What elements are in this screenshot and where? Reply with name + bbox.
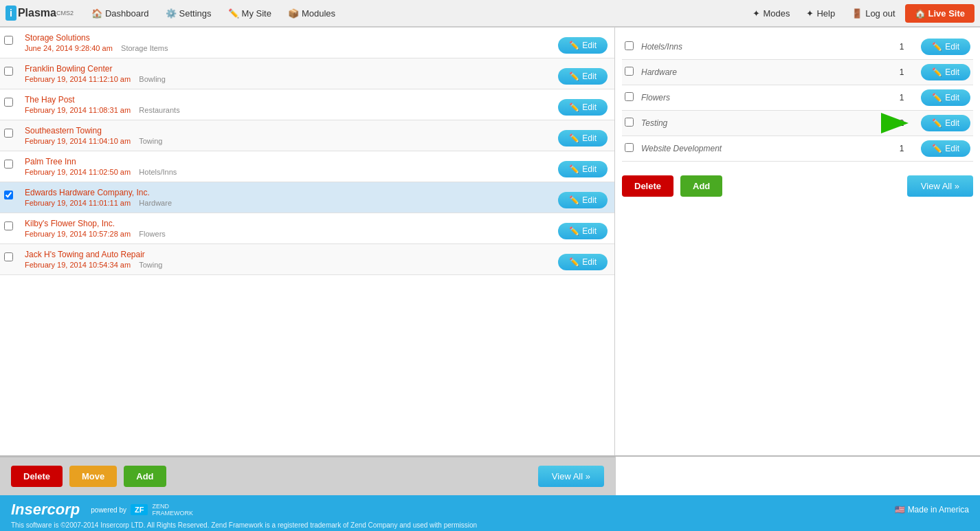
pencil-icon: ✏️ (932, 42, 942, 52)
checkbox-6[interactable] (4, 221, 13, 230)
right-edit-button-4[interactable]: ✏️ Edit (921, 140, 970, 157)
row-date-7: February 19, 2014 10:54:34 am Towing (25, 261, 542, 269)
row-name-7: Jack H's Towing and Auto Repair (25, 250, 542, 259)
checkbox-4[interactable] (4, 160, 13, 169)
powered-by-text: powered by (91, 506, 126, 514)
right-checkbox-2[interactable] (625, 92, 634, 101)
right-row-check-0[interactable] (625, 41, 641, 52)
right-checkbox-4[interactable] (625, 143, 634, 152)
edit-button-4[interactable]: ✏️ Edit (558, 161, 608, 177)
edit-button-3[interactable]: ✏️ Edit (558, 130, 608, 147)
right-table-row-4: Website Development 1 ✏️ Edit (622, 136, 973, 162)
row-name-6: Kilby's Flower Shop, Inc. (25, 219, 542, 228)
pencil-icon: ✏️ (569, 41, 579, 50)
right-row-count-4: 1 (888, 144, 915, 153)
nav-modules[interactable]: 📦 Modules (281, 6, 342, 21)
row-checkbox-7[interactable] (0, 244, 21, 274)
settings-icon: ⚙️ (166, 8, 177, 19)
row-date-2: February 19, 2014 11:08:31 am Restaurant… (25, 106, 542, 114)
row-date-5: February 19, 2014 11:01:11 am Hardware (25, 199, 542, 207)
right-row-check-4[interactable] (625, 143, 641, 154)
row-checkbox-4[interactable] (0, 151, 21, 182)
modes-label: Modes (763, 8, 790, 19)
right-panel: Hotels/Inns 1 ✏️ Edit Hardware 1 ✏️ Edit (615, 28, 980, 455)
row-category-5: Hardware (139, 199, 172, 207)
edit-button-6[interactable]: ✏️ Edit (558, 223, 608, 239)
checkbox-3[interactable] (4, 129, 13, 138)
pencil-icon: ✏️ (932, 118, 942, 128)
right-row-name-1: Hardware (641, 67, 888, 77)
nav-my-site[interactable]: ✏️ My Site (221, 6, 278, 21)
right-edit-label-1: Edit (945, 67, 959, 77)
pencil-icon: ✏️ (569, 164, 579, 174)
table-row: Franklin Bowling Center February 19, 201… (0, 58, 614, 89)
left-move-button[interactable]: Move (69, 466, 117, 487)
pencil-icon: ✏️ (569, 102, 579, 112)
left-delete-button[interactable]: Delete (11, 466, 63, 487)
pencil-icon: ✏️ (932, 67, 942, 77)
footer-logo: Insercorp (11, 501, 80, 519)
edit-label-6: Edit (582, 226, 597, 236)
pencil-icon: ✏️ (569, 195, 579, 205)
row-data-1: Franklin Bowling Center February 19, 201… (21, 58, 546, 89)
edit-button-7[interactable]: ✏️ Edit (558, 254, 608, 270)
right-checkbox-3[interactable] (625, 118, 634, 127)
nav-help[interactable]: ✦ Help (799, 6, 842, 21)
right-action-bar: Delete Add View All » (622, 175, 973, 197)
right-row-check-1[interactable] (625, 67, 641, 78)
dashboard-label: Dashboard (105, 8, 149, 19)
edit-button-5[interactable]: ✏️ Edit (558, 192, 608, 208)
row-checkbox-5[interactable] (0, 182, 21, 213)
right-edit-button-3[interactable]: ✏️ Edit (921, 115, 970, 131)
right-row-check-2[interactable] (625, 92, 641, 103)
zend-framework-logo: ZF (131, 504, 148, 515)
row-checkbox-0[interactable] (0, 28, 21, 58)
row-edit-4: ✏️ Edit (546, 151, 614, 182)
nav-dashboard[interactable]: 🏠 Dashboard (85, 6, 156, 21)
right-add-button[interactable]: Add (680, 175, 722, 197)
logo: i PlasmaCMS2 (5, 6, 74, 21)
left-view-all-button[interactable]: View All » (538, 466, 604, 487)
right-delete-button[interactable]: Delete (622, 175, 673, 197)
checkbox-5[interactable] (4, 191, 13, 199)
right-row-edit-3: ✏️ Edit (915, 115, 970, 131)
row-checkbox-6[interactable] (0, 213, 21, 243)
nav-logout[interactable]: 🚪 Log out (845, 6, 902, 21)
live-site-button[interactable]: 🏠 Live Site (905, 4, 975, 23)
row-category-4: Hotels/Inns (139, 168, 177, 176)
table-row: The Hay Post February 19, 2014 11:08:31 … (0, 89, 614, 120)
logout-icon: 🚪 (851, 8, 862, 19)
table-row: Jack H's Towing and Auto Repair February… (0, 244, 614, 275)
row-date-1: February 19, 2014 11:12:10 am Bowling (25, 75, 542, 83)
right-edit-button-1[interactable]: ✏️ Edit (921, 64, 970, 80)
left-add-button[interactable]: Add (124, 466, 166, 487)
top-navigation: i PlasmaCMS2 🏠 Dashboard ⚙️ Settings ✏️ … (0, 0, 980, 28)
checkbox-0[interactable] (4, 36, 13, 45)
row-data-4: Palm Tree Inn February 19, 2014 11:02:50… (21, 151, 546, 182)
right-row-edit-0: ✏️ Edit (915, 39, 970, 55)
checkbox-2[interactable] (4, 98, 13, 107)
footer-copyright: This software is ©2007-2014 Insercorp LT… (11, 521, 969, 529)
right-checkbox-1[interactable] (625, 67, 634, 76)
checkbox-7[interactable] (4, 252, 13, 261)
row-checkbox-1[interactable] (0, 58, 21, 89)
edit-label-5: Edit (582, 195, 597, 205)
nav-right: ✦ Modes ✦ Help 🚪 Log out 🏠 Live Site (746, 4, 975, 23)
right-row-check-3[interactable] (625, 118, 641, 129)
nav-modes[interactable]: ✦ Modes (746, 6, 797, 21)
edit-button-2[interactable]: ✏️ Edit (558, 99, 608, 116)
nav-settings[interactable]: ⚙️ Settings (159, 6, 219, 21)
settings-label: Settings (179, 8, 212, 19)
right-row-count-1: 1 (888, 67, 915, 77)
right-view-all-button[interactable]: View All » (907, 175, 973, 197)
right-edit-button-0[interactable]: ✏️ Edit (921, 39, 970, 55)
row-checkbox-3[interactable] (0, 120, 21, 151)
right-edit-label-2: Edit (945, 93, 959, 102)
right-checkbox-0[interactable] (625, 41, 634, 50)
right-edit-button-2[interactable]: ✏️ Edit (921, 89, 970, 106)
right-table-row-2: Flowers 1 ✏️ Edit (622, 85, 973, 111)
edit-button-0[interactable]: ✏️ Edit (558, 37, 608, 54)
checkbox-1[interactable] (4, 67, 13, 76)
edit-button-1[interactable]: ✏️ Edit (558, 68, 608, 85)
row-checkbox-2[interactable] (0, 89, 21, 120)
